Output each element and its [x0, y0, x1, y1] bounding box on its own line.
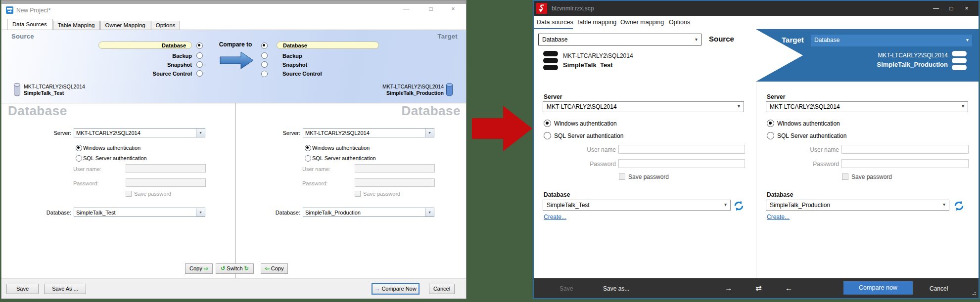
target-server-value: MKT-LTCARLY2\SQL2014 [770, 103, 840, 110]
source-server-label: Server [544, 93, 562, 100]
save-as-label: Save As ... [52, 286, 78, 292]
maximize-icon[interactable]: □ [424, 5, 437, 12]
source-section-label: Source [11, 33, 34, 40]
source-password-input[interactable] [618, 159, 745, 168]
window-title: New Project* [16, 7, 50, 14]
target-create-database-link[interactable]: Create... [767, 214, 790, 220]
target-backup-radio[interactable] [261, 52, 268, 59]
resize-grip[interactable] [972, 292, 976, 296]
compare-now-label: Compare now [859, 284, 897, 291]
source-database-radio[interactable] [196, 43, 203, 49]
maximize-icon[interactable]: □ [945, 5, 957, 12]
cancel-button[interactable]: Cancel [930, 285, 948, 292]
save-button[interactable]: Save [6, 284, 39, 294]
target-sql-auth-label[interactable]: SQL Server authentication [312, 155, 376, 161]
target-server-info: MKT-LTCARLY2\SQL2014 SimpleTalk_Producti… [382, 84, 444, 96]
close-icon[interactable]: × [447, 5, 460, 12]
source-sql-auth-label[interactable]: SQL Server authentication [83, 155, 147, 161]
target-server-dropdown[interactable]: MKT-LTCARLY2\SQL2014 ▾ [303, 128, 434, 137]
source-backup-radio[interactable] [196, 52, 203, 59]
tab-table-mapping[interactable]: Table Mapping [53, 21, 100, 30]
target-windows-auth-label[interactable]: Windows authentication [312, 145, 370, 151]
target-save-password-label[interactable]: Save password [851, 173, 892, 180]
cancel-button[interactable]: Cancel [429, 284, 455, 294]
source-type-combobox[interactable]: Database ▾ [538, 34, 701, 45]
minimize-icon[interactable]: — [400, 5, 413, 12]
target-password-input[interactable] [841, 159, 969, 168]
tab-data-sources[interactable]: Data sources [537, 19, 573, 26]
source-server-dropdown[interactable]: MKT-LTCARLY2\SQL2014 ▾ [74, 128, 205, 137]
tab-options[interactable]: Options [669, 19, 690, 26]
target-source-control-label[interactable]: Source Control [282, 71, 322, 77]
source-source-control-label[interactable]: Source Control [93, 71, 192, 77]
source-snapshot-radio[interactable] [196, 61, 203, 68]
source-password-input[interactable] [126, 178, 206, 187]
source-windows-auth-label[interactable]: Windows authentication [83, 145, 140, 151]
source-windows-auth-label[interactable]: Windows authentication [554, 120, 617, 127]
tab-table-mapping[interactable]: Table mapping [576, 19, 616, 26]
source-database-dropdown[interactable]: SimpleTalk_Test ▾ [74, 208, 205, 217]
tab-owner-mapping[interactable]: Owner mapping [620, 19, 664, 26]
target-sql-auth-label[interactable]: SQL Server authentication [777, 132, 846, 139]
target-database-radio[interactable] [261, 43, 268, 49]
target-server-combobox[interactable]: MKT-LTCARLY2\SQL2014 ▾ [766, 101, 968, 112]
compare-now-button[interactable]: Compare now [843, 281, 913, 295]
source-save-password-checkbox[interactable] [619, 173, 625, 180]
copy-to-target-icon[interactable]: → [725, 284, 732, 292]
copy-to-target-button[interactable]: Copy ⇨ [185, 263, 213, 274]
source-username-input[interactable] [126, 164, 206, 173]
source-database-label: Database [544, 191, 570, 198]
source-backup-label[interactable]: Backup [93, 53, 192, 59]
source-database-value: SimpleTalk_Test [76, 210, 115, 216]
minimize-icon[interactable]: — [930, 5, 942, 12]
source-server-combobox[interactable]: MKT-LTCARLY2\SQL2014 ▾ [543, 101, 744, 112]
source-create-database-link[interactable]: Create... [544, 214, 566, 220]
source-sql-auth-radio[interactable] [76, 155, 82, 162]
save-as-button[interactable]: Save As ... [44, 284, 86, 294]
source-database-combobox[interactable]: SimpleTalk_Test ▾ [543, 200, 731, 211]
source-save-password-checkbox[interactable] [126, 191, 132, 197]
target-username-input[interactable] [841, 145, 969, 154]
target-database-combobox[interactable]: SimpleTalk_Production ▾ [766, 200, 949, 211]
compare-now-button[interactable]: → Compare Now [372, 283, 420, 295]
target-backup-label[interactable]: Backup [282, 53, 302, 59]
chevron-down-icon: ▾ [966, 37, 969, 43]
target-type-combobox[interactable]: Database ▾ [811, 35, 972, 46]
target-windows-auth-label[interactable]: Windows authentication [777, 120, 840, 127]
source-snapshot-label[interactable]: Snapshot [93, 62, 192, 68]
source-save-password-label[interactable]: Save password [628, 173, 669, 180]
target-source-control-radio[interactable] [261, 71, 268, 77]
close-icon[interactable]: × [961, 5, 973, 12]
copy-to-target-label: Copy [189, 265, 202, 271]
refresh-icon[interactable] [954, 201, 964, 211]
target-sql-auth-radio[interactable] [767, 132, 774, 139]
target-sql-auth-radio[interactable] [305, 155, 311, 162]
save-button[interactable]: Save [560, 285, 573, 292]
source-windows-auth-radio[interactable] [76, 145, 82, 151]
source-windows-auth-radio[interactable] [544, 120, 551, 127]
target-password-input[interactable] [355, 178, 435, 187]
target-snapshot-radio[interactable] [261, 61, 268, 68]
copy-to-source-button[interactable]: ⇦ Copy [261, 263, 288, 274]
refresh-icon[interactable] [734, 201, 744, 211]
target-save-password-checkbox[interactable] [842, 173, 848, 180]
source-server-value: MKT-LTCARLY2\SQL2014 [547, 103, 617, 110]
source-source-control-radio[interactable] [196, 70, 203, 77]
target-snapshot-label[interactable]: Snapshot [282, 62, 307, 68]
target-username-input[interactable] [355, 164, 435, 173]
source-sql-auth-radio[interactable] [544, 132, 551, 139]
tab-owner-mapping[interactable]: Owner Mapping [100, 21, 150, 30]
target-windows-auth-radio[interactable] [767, 120, 774, 127]
copy-to-source-icon[interactable]: ← [785, 284, 793, 292]
desktop: New Project* — □ × Data Sources Table Ma… [0, 0, 980, 302]
source-sql-auth-label[interactable]: SQL Server authentication [554, 132, 623, 139]
tab-data-sources[interactable]: Data Sources [7, 19, 52, 31]
target-save-password-checkbox[interactable] [355, 191, 361, 197]
switch-button[interactable]: ↺ Switch ↻ [216, 263, 254, 274]
switch-direction-icon[interactable]: ⇄ [755, 284, 762, 293]
source-username-input[interactable] [618, 145, 745, 154]
target-windows-auth-radio[interactable] [305, 145, 311, 151]
save-as-button[interactable]: Save as... [603, 285, 629, 292]
target-database-dropdown[interactable]: SimpleTalk_Production ▾ [303, 208, 434, 217]
tab-options[interactable]: Options [151, 21, 181, 30]
